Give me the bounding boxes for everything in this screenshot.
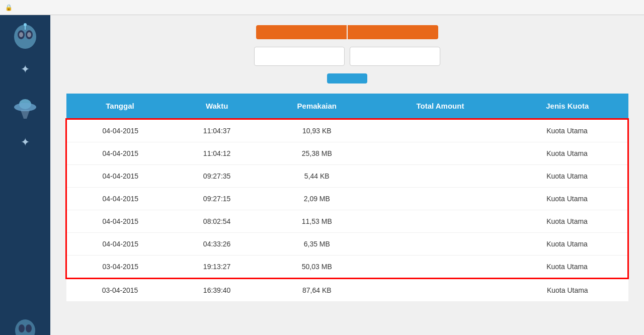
svg-point-3 [19,32,23,37]
svg-point-11 [15,319,35,335]
table-row: 04-04-201511:04:1225,38 MBKuota Utama [66,142,628,165]
lock-icon: 🔒 [5,4,13,11]
end-date-button[interactable] [348,25,438,39]
col-waktu: Waktu [174,94,260,119]
data-table: Tanggal Waktu Pemakaian Total Amount Jen… [65,94,629,301]
main-content: Tanggal Waktu Pemakaian Total Amount Jen… [50,15,644,335]
table-row: 03-04-201519:13:2750,03 MBKuota Utama [66,256,628,279]
star-icon-2: ✦ [21,136,30,149]
table-row: 04-04-201509:27:355,44 KBKuota Utama [66,165,628,188]
filter-area [65,25,629,83]
start-date-button[interactable] [256,25,347,39]
ufo-icon [12,91,39,121]
table-row: 04-04-201504:33:266,35 MBKuota Utama [66,233,628,256]
svg-point-4 [27,32,31,37]
table-wrapper: Tanggal Waktu Pemakaian Total Amount Jen… [65,94,629,301]
sidebar-logo [10,23,40,53]
col-total-amount: Total Amount [374,94,507,119]
svg-marker-9 [21,110,30,119]
star-icon-1: ✦ [21,63,30,76]
svg-point-6 [24,23,27,26]
col-tanggal: Tanggal [66,94,174,119]
search-button[interactable] [327,73,367,83]
alien-icon-bottom [12,315,39,335]
svg-point-13 [26,324,32,332]
date-inputs [254,47,440,66]
col-jenis-kuota: Jenis Kuota [507,94,628,119]
start-date-input[interactable] [254,47,345,66]
col-pemakaian: Pemakaian [260,94,374,119]
sidebar: ✦ ✦ [0,15,50,335]
svg-point-12 [19,324,25,332]
table-row: 04-04-201509:27:152,09 MBKuota Utama [66,188,628,210]
table-row: 04-04-201511:04:3710,93 KBKuota Utama [66,119,628,142]
table-row: 04-04-201508:02:5411,53 MBKuota Utama [66,210,628,233]
svg-point-10 [14,103,36,111]
table-header-row: Tanggal Waktu Pemakaian Total Amount Jen… [66,94,628,119]
end-date-input[interactable] [350,47,440,66]
date-buttons [256,25,438,39]
table-row: 03-04-201516:39:4087,64 KBKuota Utama [66,279,628,302]
